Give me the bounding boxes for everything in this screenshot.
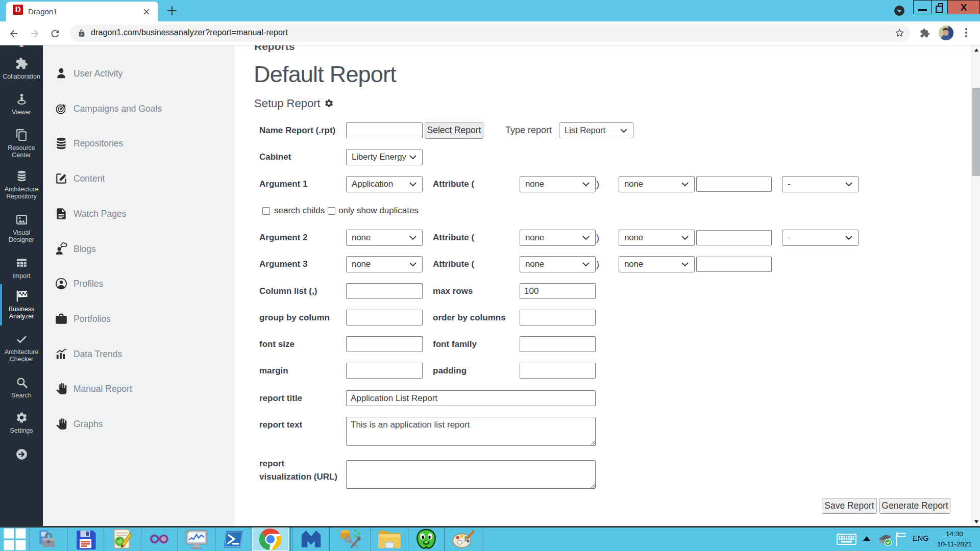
scrollbar-thumb[interactable] — [972, 88, 980, 176]
profile-avatar[interactable] — [939, 26, 953, 40]
search-childs-checkbox[interactable] — [262, 207, 270, 215]
menu-item-data-trends[interactable]: Data Trends — [43, 345, 235, 363]
sidebar-item-architecture-checker[interactable]: Architecture Checker — [0, 333, 43, 363]
scroll-up-arrow[interactable] — [972, 45, 980, 54]
menu-item-portfolios[interactable]: Portfolios — [43, 310, 235, 328]
argument2-operator-select[interactable]: - — [782, 230, 859, 246]
lock-icon[interactable] — [78, 29, 86, 37]
argument3-attribute-label: Attribute ( — [433, 256, 474, 272]
menu-item-blogs[interactable]: Blogs — [43, 240, 235, 258]
select-report-button[interactable]: Select Report — [425, 122, 483, 139]
taskbar-powershell-icon[interactable] — [215, 528, 252, 551]
only-show-duplicates-checkbox[interactable] — [328, 207, 335, 215]
url-text[interactable]: dragon1.com/businessanalyzer?report=manu… — [91, 28, 288, 37]
window-restore-button[interactable] — [931, 0, 948, 14]
tab-search-icon[interactable] — [894, 6, 904, 16]
sidebar-expand-button[interactable] — [0, 448, 43, 463]
name-report-input[interactable] — [346, 122, 423, 138]
argument2-attr1-select[interactable]: none — [520, 230, 596, 246]
reload-button[interactable] — [50, 28, 61, 39]
forward-button[interactable] — [29, 28, 40, 39]
taskbar-file-explorer-icon[interactable] — [371, 528, 408, 551]
argument1-attr1-select[interactable]: none — [520, 176, 596, 192]
menu-item-watch-pages[interactable]: Watch Pages — [43, 205, 235, 222]
taskbar-visual-studio-icon[interactable] — [141, 528, 178, 551]
sidebar-item-business-analyzer[interactable]: Business Analyzer — [0, 290, 43, 320]
start-button[interactable] — [0, 528, 30, 551]
browser-scrollbar[interactable] — [971, 45, 980, 526]
argument1-attr2-select[interactable]: none — [619, 176, 695, 192]
bookmark-star-icon[interactable] — [894, 28, 905, 38]
argument3-attr2-select[interactable]: none — [619, 256, 695, 272]
report-text-textarea[interactable] — [346, 417, 596, 446]
argument1-value-input[interactable] — [696, 177, 772, 192]
back-button[interactable] — [8, 28, 19, 39]
taskbar-malwarebytes-icon[interactable] — [293, 528, 330, 551]
taskbar-notepad-icon[interactable] — [104, 528, 141, 551]
main-content: Reports Default Report Setup Report Name… — [235, 45, 971, 526]
argument3-select[interactable]: none — [346, 256, 423, 272]
menu-item-graphs[interactable]: Graphs — [43, 415, 235, 433]
report-visualization-textarea[interactable] — [346, 460, 596, 489]
keyboard-icon[interactable] — [837, 534, 856, 545]
margin-input[interactable] — [346, 363, 423, 379]
taskbar-paint-icon[interactable] — [445, 528, 482, 551]
document-icon — [55, 207, 68, 220]
sidebar-item-search[interactable]: Search — [0, 376, 43, 399]
menu-item-content[interactable]: Content — [43, 170, 235, 187]
argument3-value-input[interactable] — [696, 257, 772, 272]
taskbar-system-monitor-icon[interactable] — [178, 528, 215, 551]
extensions-icon[interactable] — [920, 28, 930, 38]
type-report-select[interactable]: List Report — [559, 122, 633, 138]
sidebar-item-visual-designer[interactable]: Visual Designer — [0, 213, 43, 243]
window-close-button[interactable]: X — [947, 0, 980, 14]
menu-item-campaigns-and-goals[interactable]: Campaigns and Goals — [43, 100, 235, 117]
tray-language[interactable]: ENG — [913, 534, 928, 542]
padding-input[interactable] — [520, 363, 596, 379]
taskbar-server-manager-icon[interactable] — [30, 528, 67, 551]
max-rows-input[interactable] — [520, 283, 596, 299]
gear-icon[interactable] — [324, 98, 334, 108]
font-size-input[interactable] — [346, 336, 423, 352]
generate-report-button[interactable]: Generate Report — [879, 498, 950, 514]
new-tab-button[interactable] — [166, 5, 178, 17]
order-by-columns-input[interactable] — [520, 310, 596, 325]
tray-hardware-icon[interactable] — [878, 532, 893, 546]
tray-expand-icon[interactable] — [863, 536, 870, 541]
argument1-select[interactable]: Application — [346, 176, 423, 192]
save-report-button[interactable]: Save Report — [822, 498, 877, 514]
tray-flag-icon[interactable] — [895, 531, 908, 546]
scroll-down-arrow[interactable] — [972, 517, 980, 526]
sidebar-item-resource-center[interactable]: Resource Center — [0, 129, 43, 159]
tray-clock[interactable]: 14:30 10-11-2021 — [936, 529, 973, 549]
cabinet-select[interactable]: Liberty Energy — [346, 149, 423, 165]
browser-tab[interactable]: D Dragon1 — [6, 2, 158, 21]
argument2-value-input[interactable] — [696, 230, 772, 245]
menu-item-repositories[interactable]: Repositories — [43, 135, 235, 152]
column-list-input[interactable] — [346, 283, 423, 299]
menu-item-profiles[interactable]: Profiles — [43, 275, 235, 292]
taskbar-config-tool-icon[interactable] — [330, 528, 371, 551]
menu-item-user-activity[interactable]: User Activity — [43, 65, 235, 82]
menu-dots-icon[interactable] — [964, 28, 969, 39]
argument2-attr2-select[interactable]: none — [619, 230, 695, 246]
argument1-operator-select[interactable]: - — [782, 176, 859, 192]
sidebar-item-import[interactable]: Import — [0, 257, 43, 280]
tab-close-icon[interactable] — [142, 7, 151, 16]
font-family-input[interactable] — [520, 336, 596, 352]
argument3-attr1-select[interactable]: none — [520, 256, 596, 272]
sidebar-item-viewer[interactable]: Viewer — [0, 93, 43, 116]
argument2-select[interactable]: none — [346, 230, 423, 246]
group-by-column-input[interactable] — [346, 310, 423, 325]
taskbar-save-icon[interactable] — [67, 528, 104, 551]
menu-item-manual-report[interactable]: Manual Report — [43, 380, 235, 397]
profile-circle-icon — [55, 277, 68, 290]
window-minimize-button[interactable] — [913, 0, 932, 14]
taskbar-chrome-icon[interactable] — [252, 528, 289, 551]
sidebar-item-collaboration[interactable]: Collaboration — [0, 57, 43, 80]
sidebar-item-architecture-repository[interactable]: Architecture Repository — [0, 170, 43, 200]
sidebar-item-settings[interactable]: Settings — [0, 411, 43, 434]
report-title-input[interactable] — [346, 390, 596, 406]
taskbar-green-app-icon[interactable] — [408, 528, 445, 551]
address-bar[interactable]: dragon1.com/businessanalyzer?report=manu… — [70, 24, 911, 42]
